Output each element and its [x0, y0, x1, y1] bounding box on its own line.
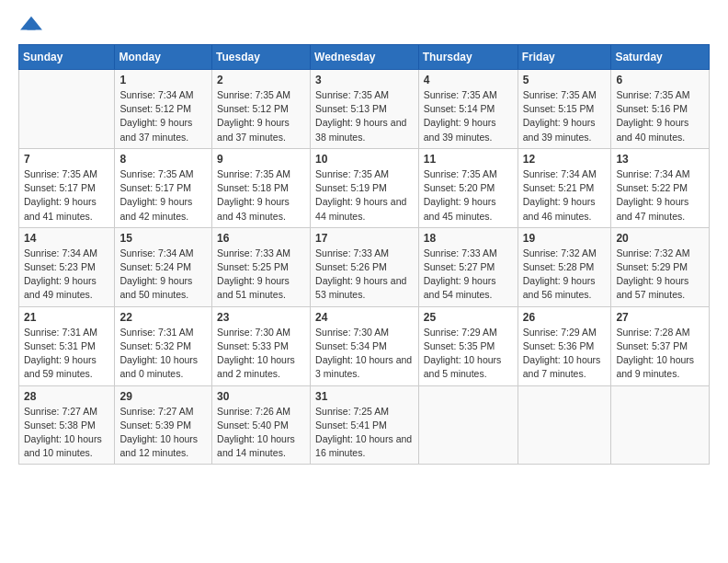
day-number: 16 — [217, 232, 305, 245]
calendar-cell: 25 Sunrise: 7:29 AMSunset: 5:35 PMDaylig… — [418, 306, 518, 385]
calendar-week-5: 28 Sunrise: 7:27 AMSunset: 5:38 PMDaylig… — [19, 385, 710, 465]
day-detail: Sunrise: 7:34 AMSunset: 5:23 PMDaylight:… — [24, 247, 97, 301]
day-header-friday: Friday — [518, 45, 611, 70]
day-number: 2 — [217, 74, 305, 86]
day-detail: Sunrise: 7:34 AMSunset: 5:21 PMDaylight:… — [523, 168, 597, 222]
calendar-cell: 9 Sunrise: 7:35 AMSunset: 5:18 PMDayligh… — [212, 148, 311, 227]
day-number: 15 — [119, 232, 207, 245]
calendar-cell: 4 Sunrise: 7:35 AMSunset: 5:14 PMDayligh… — [418, 70, 518, 149]
calendar-cell: 7 Sunrise: 7:35 AMSunset: 5:17 PMDayligh… — [19, 148, 115, 227]
day-header-wednesday: Wednesday — [311, 45, 419, 70]
calendar-cell: 17 Sunrise: 7:33 AMSunset: 5:26 PMDaylig… — [311, 227, 419, 306]
day-number: 4 — [424, 74, 513, 86]
day-number: 13 — [616, 153, 704, 166]
calendar-cell: 14 Sunrise: 7:34 AMSunset: 5:23 PMDaylig… — [19, 227, 115, 306]
generalblue-logo-icon — [18, 15, 44, 35]
day-number: 10 — [315, 153, 414, 166]
day-header-sunday: Sunday — [19, 45, 115, 70]
calendar-cell: 16 Sunrise: 7:33 AMSunset: 5:25 PMDaylig… — [212, 227, 311, 306]
day-number: 9 — [217, 153, 305, 166]
day-number: 18 — [424, 232, 513, 245]
calendar-cell: 29 Sunrise: 7:27 AMSunset: 5:39 PMDaylig… — [115, 385, 212, 465]
calendar-cell — [418, 385, 518, 465]
svg-rect-1 — [27, 23, 35, 29]
day-detail: Sunrise: 7:31 AMSunset: 5:31 PMDaylight:… — [24, 327, 97, 380]
day-number: 22 — [119, 311, 207, 324]
day-detail: Sunrise: 7:35 AMSunset: 5:20 PMDaylight:… — [424, 168, 497, 222]
day-detail: Sunrise: 7:35 AMSunset: 5:17 PMDaylight:… — [119, 168, 193, 222]
calendar-cell — [518, 385, 611, 465]
day-number: 23 — [217, 311, 305, 324]
calendar-cell: 21 Sunrise: 7:31 AMSunset: 5:31 PMDaylig… — [19, 306, 115, 385]
day-header-saturday: Saturday — [611, 45, 710, 70]
day-detail: Sunrise: 7:35 AMSunset: 5:15 PMDaylight:… — [523, 89, 597, 143]
day-detail: Sunrise: 7:35 AMSunset: 5:16 PMDaylight:… — [616, 89, 689, 143]
day-number: 17 — [315, 232, 414, 245]
calendar-cell: 12 Sunrise: 7:34 AMSunset: 5:21 PMDaylig… — [518, 148, 611, 227]
calendar-cell: 13 Sunrise: 7:34 AMSunset: 5:22 PMDaylig… — [611, 148, 710, 227]
calendar-table: SundayMondayTuesdayWednesdayThursdayFrid… — [18, 44, 710, 465]
day-number: 11 — [424, 153, 513, 166]
day-number: 24 — [315, 311, 414, 324]
calendar-cell: 22 Sunrise: 7:31 AMSunset: 5:32 PMDaylig… — [115, 306, 212, 385]
calendar-cell — [19, 70, 115, 149]
calendar-week-4: 21 Sunrise: 7:31 AMSunset: 5:31 PMDaylig… — [19, 306, 710, 385]
day-detail: Sunrise: 7:29 AMSunset: 5:36 PMDaylight:… — [523, 327, 601, 380]
day-number: 31 — [315, 390, 414, 403]
calendar-cell: 20 Sunrise: 7:32 AMSunset: 5:29 PMDaylig… — [611, 227, 710, 306]
calendar-cell: 24 Sunrise: 7:30 AMSunset: 5:34 PMDaylig… — [311, 306, 419, 385]
day-header-monday: Monday — [115, 45, 212, 70]
calendar-cell: 11 Sunrise: 7:35 AMSunset: 5:20 PMDaylig… — [418, 148, 518, 227]
header — [18, 15, 710, 35]
calendar-cell: 2 Sunrise: 7:35 AMSunset: 5:12 PMDayligh… — [212, 70, 311, 149]
day-number: 6 — [616, 74, 704, 86]
logo — [18, 15, 44, 35]
day-number: 28 — [24, 390, 109, 403]
day-detail: Sunrise: 7:35 AMSunset: 5:13 PMDaylight:… — [315, 89, 406, 143]
day-number: 21 — [24, 311, 109, 324]
day-number: 20 — [616, 232, 704, 245]
day-number: 7 — [24, 153, 109, 166]
day-detail: Sunrise: 7:35 AMSunset: 5:17 PMDaylight:… — [24, 168, 97, 222]
day-header-tuesday: Tuesday — [212, 45, 311, 70]
day-number: 30 — [217, 390, 305, 403]
day-number: 27 — [616, 311, 704, 324]
day-number: 1 — [119, 74, 207, 86]
day-detail: Sunrise: 7:25 AMSunset: 5:41 PMDaylight:… — [315, 406, 412, 459]
day-number: 8 — [119, 153, 207, 166]
day-detail: Sunrise: 7:30 AMSunset: 5:33 PMDaylight:… — [217, 327, 295, 380]
calendar-cell: 15 Sunrise: 7:34 AMSunset: 5:24 PMDaylig… — [115, 227, 212, 306]
calendar-cell: 26 Sunrise: 7:29 AMSunset: 5:36 PMDaylig… — [518, 306, 611, 385]
day-detail: Sunrise: 7:34 AMSunset: 5:12 PMDaylight:… — [119, 89, 193, 143]
day-detail: Sunrise: 7:33 AMSunset: 5:26 PMDaylight:… — [315, 247, 406, 301]
day-detail: Sunrise: 7:35 AMSunset: 5:12 PMDaylight:… — [217, 89, 290, 143]
day-number: 25 — [424, 311, 513, 324]
day-number: 29 — [119, 390, 207, 403]
day-detail: Sunrise: 7:31 AMSunset: 5:32 PMDaylight:… — [119, 327, 198, 380]
day-number: 26 — [523, 311, 607, 324]
day-number: 3 — [315, 74, 414, 86]
day-detail: Sunrise: 7:33 AMSunset: 5:27 PMDaylight:… — [424, 247, 497, 301]
day-detail: Sunrise: 7:27 AMSunset: 5:39 PMDaylight:… — [119, 406, 198, 459]
day-detail: Sunrise: 7:26 AMSunset: 5:40 PMDaylight:… — [217, 406, 295, 459]
calendar-cell: 5 Sunrise: 7:35 AMSunset: 5:15 PMDayligh… — [518, 70, 611, 149]
day-detail: Sunrise: 7:32 AMSunset: 5:28 PMDaylight:… — [523, 247, 597, 301]
calendar-cell: 30 Sunrise: 7:26 AMSunset: 5:40 PMDaylig… — [212, 385, 311, 465]
calendar-cell: 1 Sunrise: 7:34 AMSunset: 5:12 PMDayligh… — [115, 70, 212, 149]
calendar-cell: 28 Sunrise: 7:27 AMSunset: 5:38 PMDaylig… — [19, 385, 115, 465]
day-detail: Sunrise: 7:29 AMSunset: 5:35 PMDaylight:… — [424, 327, 502, 380]
day-number: 19 — [523, 232, 607, 245]
calendar-cell — [611, 385, 710, 465]
day-detail: Sunrise: 7:32 AMSunset: 5:29 PMDaylight:… — [616, 247, 689, 301]
calendar-cell: 23 Sunrise: 7:30 AMSunset: 5:33 PMDaylig… — [212, 306, 311, 385]
day-detail: Sunrise: 7:35 AMSunset: 5:18 PMDaylight:… — [217, 168, 290, 222]
calendar-cell: 31 Sunrise: 7:25 AMSunset: 5:41 PMDaylig… — [311, 385, 419, 465]
calendar-header-row: SundayMondayTuesdayWednesdayThursdayFrid… — [19, 45, 710, 70]
calendar-cell: 10 Sunrise: 7:35 AMSunset: 5:19 PMDaylig… — [311, 148, 419, 227]
calendar-cell: 3 Sunrise: 7:35 AMSunset: 5:13 PMDayligh… — [311, 70, 419, 149]
day-detail: Sunrise: 7:27 AMSunset: 5:38 PMDaylight:… — [24, 406, 102, 459]
day-header-thursday: Thursday — [418, 45, 518, 70]
calendar-week-3: 14 Sunrise: 7:34 AMSunset: 5:23 PMDaylig… — [19, 227, 710, 306]
day-detail: Sunrise: 7:35 AMSunset: 5:19 PMDaylight:… — [315, 168, 406, 222]
calendar-body: 1 Sunrise: 7:34 AMSunset: 5:12 PMDayligh… — [19, 70, 710, 465]
